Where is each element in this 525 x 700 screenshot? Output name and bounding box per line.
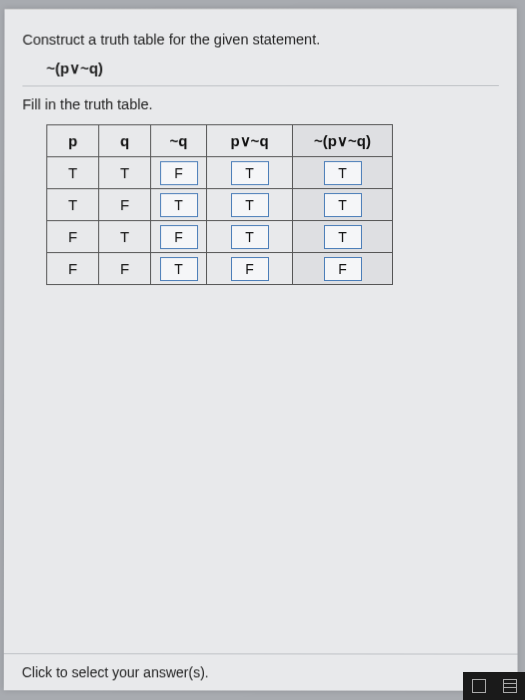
cell-q: T [99, 221, 151, 253]
table-row: T F T T T [47, 189, 393, 221]
cell-q: F [99, 253, 151, 285]
cell-p: T [47, 157, 99, 189]
header-not-q: ~q [151, 125, 207, 157]
table-header-row: p q ~q p∨~q ~(p∨~q) [47, 125, 393, 157]
answer-box[interactable]: T [323, 225, 361, 249]
cell-p: F [47, 253, 99, 285]
cell-p: T [47, 189, 99, 221]
statement-text: ~(p∨~q) [22, 59, 498, 77]
answer-box[interactable]: T [231, 225, 269, 249]
cell-p-or-not-q[interactable]: T [207, 189, 293, 221]
answer-box[interactable]: F [323, 257, 361, 281]
bottom-toolbar [463, 672, 525, 700]
layout-icon[interactable] [503, 679, 517, 693]
header-p: p [47, 125, 99, 157]
table-row: F F T F F [47, 253, 393, 285]
content-area: Construct a truth table for the given st… [4, 9, 518, 653]
cell-final[interactable]: T [292, 221, 392, 253]
cell-final[interactable]: F [292, 253, 392, 285]
statement-row: ~(p∨~q) [22, 59, 498, 86]
cell-final[interactable]: T [292, 189, 392, 221]
table-row: F T F T T [47, 221, 393, 253]
answer-box[interactable]: T [231, 161, 269, 185]
instruction-text: Construct a truth table for the given st… [22, 31, 498, 47]
cell-p: F [47, 221, 99, 253]
truth-table-wrap: p q ~q p∨~q ~(p∨~q) T T F T T [22, 124, 499, 285]
answer-box[interactable]: T [160, 193, 198, 217]
cell-not-q[interactable]: F [151, 221, 207, 253]
table-row: T T F T T [47, 157, 393, 189]
header-q: q [99, 125, 151, 157]
answer-box[interactable]: F [231, 257, 269, 281]
cell-q: T [99, 157, 151, 189]
cell-q: F [99, 189, 151, 221]
cell-not-q[interactable]: T [151, 189, 207, 221]
panel-icon[interactable] [472, 679, 486, 693]
cell-p-or-not-q[interactable]: T [207, 221, 293, 253]
cell-not-q[interactable]: T [151, 253, 207, 285]
question-panel: Construct a truth table for the given st… [4, 8, 518, 690]
header-final: ~(p∨~q) [292, 125, 392, 157]
cell-p-or-not-q[interactable]: F [207, 253, 293, 285]
footer-hint[interactable]: Click to select your answer(s). [4, 653, 518, 691]
cell-not-q[interactable]: F [151, 157, 207, 189]
cell-final[interactable]: T [292, 157, 392, 189]
cell-p-or-not-q[interactable]: T [207, 157, 293, 189]
answer-box[interactable]: T [323, 161, 361, 185]
header-p-or-not-q: p∨~q [207, 125, 293, 157]
answer-box[interactable]: T [231, 193, 269, 217]
answer-box[interactable]: F [160, 161, 198, 185]
fill-instruction: Fill in the truth table. [22, 92, 499, 112]
truth-table: p q ~q p∨~q ~(p∨~q) T T F T T [46, 124, 393, 285]
answer-box[interactable]: T [160, 257, 198, 281]
answer-box[interactable]: F [160, 225, 198, 249]
answer-box[interactable]: T [323, 193, 361, 217]
